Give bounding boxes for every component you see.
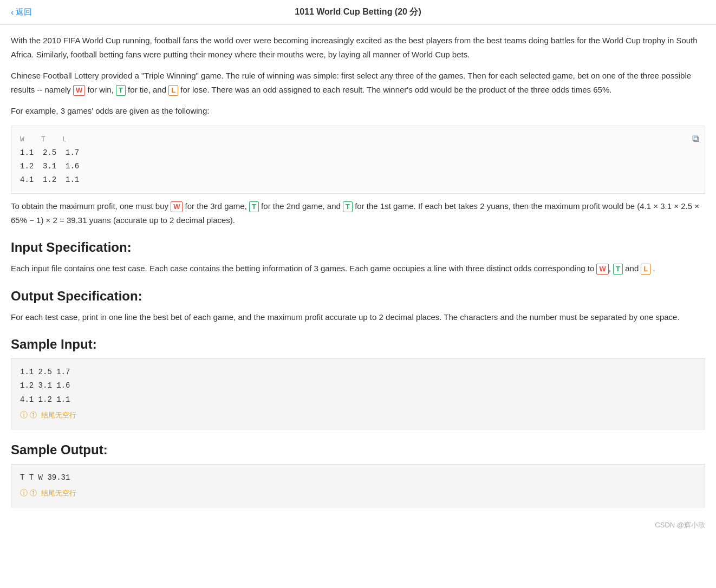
explanation-pre: To obtain the maximum profit, one must b… [11, 201, 171, 211]
input-spec-post: . [650, 264, 655, 273]
sample-input-block: 1.1 2.5 1.7 1.2 3.1 1.6 4.1 1.2 1.1 ⓘ ① … [11, 358, 705, 429]
input-badge-t: T [613, 264, 623, 275]
badge-w2: W [171, 201, 183, 212]
sample-input-no-blank: ⓘ ① 结尾无空行 [20, 409, 696, 422]
table-row2: 1.2 3.1 1.6 [20, 160, 696, 173]
input-spec-mid2: and [623, 264, 641, 273]
sample-input-line2: 1.2 3.1 1.6 [20, 379, 696, 393]
intro-para1: With the 2010 FIFA World Cup running, fo… [11, 34, 705, 61]
badge-t3: T [343, 201, 353, 212]
badge-l: L [168, 85, 178, 96]
example-intro: For example, 3 games' odds are given as … [11, 104, 705, 118]
copy-icon[interactable]: ⧉ [692, 130, 699, 148]
input-badge-w: W [596, 264, 608, 275]
input-spec-mid1: , [609, 264, 613, 273]
output-spec-title: Output Specification: [11, 289, 705, 304]
output-spec-para: For each test case, print in one line th… [11, 310, 705, 324]
sample-output-line1: T T W 39.31 [20, 471, 696, 485]
badge-t: T [116, 85, 126, 96]
sample-input-line3: 4.1 1.2 1.1 [20, 393, 696, 407]
intro-para2-post: for lose. There was an odd assigned to e… [178, 85, 611, 94]
warning-icon2: ⓘ [20, 487, 28, 500]
input-spec-pre: Each input file contains one test case. … [11, 264, 596, 273]
input-badge-l: L [641, 264, 650, 275]
explanation-mid1: for the 3rd game, [183, 201, 249, 211]
page-header: ‹ 返回 1011 World Cup Betting (20 分) [0, 0, 716, 25]
input-spec-para: Each input file contains one test case. … [11, 262, 705, 276]
warning-icon: ⓘ [20, 409, 28, 422]
explanation-para: To obtain the maximum profit, one must b… [11, 199, 705, 227]
intro-para2: Chinese Football Lottery provided a "Tri… [11, 69, 705, 96]
sample-output-block: T T W 39.31 ⓘ ① 结尾无空行 [11, 464, 705, 507]
badge-t2: T [249, 201, 259, 212]
explanation-mid2: for the 2nd game, and [259, 201, 343, 211]
back-label: 返回 [16, 7, 32, 17]
chevron-left-icon: ‹ [11, 8, 14, 17]
badge-w: W [73, 85, 85, 96]
table-header: W T L [20, 133, 696, 146]
intro-para2-mid2: for tie, and [126, 85, 168, 94]
sample-input-line1: 1.1 2.5 1.7 [20, 365, 696, 379]
intro-para2-mid1: for win, [85, 85, 116, 94]
input-spec-title: Input Specification: [11, 240, 705, 255]
table-row3: 4.1 1.2 1.1 [20, 173, 696, 187]
page-title: 1011 World Cup Betting (20 分) [295, 6, 421, 18]
sample-input-title: Sample Input: [11, 337, 705, 352]
table-row1: 1.1 2.5 1.7 [20, 146, 696, 160]
main-content: With the 2010 FIFA World Cup running, fo… [0, 25, 716, 516]
sample-output-title: Sample Output: [11, 442, 705, 458]
sample-output-no-blank: ⓘ ① 结尾无空行 [20, 487, 696, 500]
odds-table: ⧉ W T L 1.1 2.5 1.7 1.2 3.1 1.6 4.1 1.2 … [11, 126, 705, 194]
back-button[interactable]: ‹ 返回 [11, 7, 32, 17]
footer-watermark: CSDN @辉小歌 [0, 516, 716, 534]
